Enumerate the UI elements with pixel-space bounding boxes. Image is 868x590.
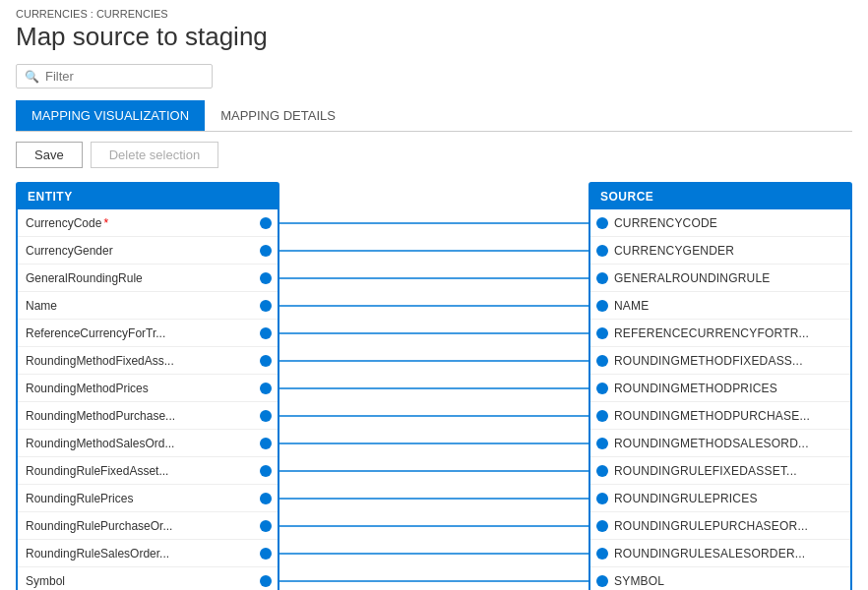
source-row: SYMBOL (590, 567, 850, 590)
entity-row: GeneralRoundingRule (18, 265, 278, 292)
connector-svg (279, 320, 589, 347)
source-panel: SOURCE CURRENCYCODECURRENCYGENDERGENERAL… (589, 182, 852, 590)
source-row-label: CURRENCYCODE (614, 216, 842, 230)
entity-row-label: RoundingMethodFixedAss... (26, 354, 254, 368)
entity-row: Symbol (18, 567, 278, 590)
search-icon: 🔍 (25, 70, 39, 84)
entity-row-label: ReferenceCurrencyForTr... (26, 326, 254, 340)
connector-line (279, 265, 589, 292)
mapping-area: ENTITY CurrencyCode*CurrencyGenderGenera… (16, 182, 852, 590)
tabs-row: MAPPING VISUALIZATION MAPPING DETAILS (16, 100, 852, 132)
connector-svg (279, 485, 589, 512)
save-button[interactable]: Save (16, 142, 83, 168)
source-dot (596, 438, 608, 449)
entity-row-label: RoundingRulePrices (26, 492, 254, 505)
entity-row-label: RoundingRuleSalesOrder... (26, 547, 254, 560)
source-row-label: GENERALROUNDINGRULE (614, 271, 842, 285)
entity-row: RoundingMethodPrices (18, 375, 278, 402)
connector-line (279, 402, 589, 430)
entity-row: RoundingMethodFixedAss... (18, 347, 278, 375)
entity-dot (260, 300, 272, 312)
source-row-label: CURRENCYGENDER (614, 244, 842, 258)
connector-svg (279, 265, 589, 292)
connector-svg (279, 292, 589, 320)
source-dot (596, 272, 608, 284)
connector-line (279, 375, 589, 402)
entity-dot (260, 438, 272, 449)
filter-box: 🔍 (16, 64, 213, 88)
source-row-label: ROUNDINGRULEFIXEDASSET... (614, 464, 842, 478)
entity-row-label: CurrencyGender (26, 244, 254, 258)
source-row: CURRENCYGENDER (590, 237, 850, 265)
connector-svg (279, 375, 589, 402)
entity-row-label: RoundingMethodSalesOrd... (26, 437, 254, 450)
filter-input[interactable] (45, 69, 204, 84)
entity-row-label: RoundingMethodPrices (26, 382, 254, 395)
breadcrumb: CURRENCIES : CURRENCIES (16, 8, 852, 20)
entity-dot (260, 217, 272, 229)
source-dot (596, 575, 608, 587)
entity-panel: ENTITY CurrencyCode*CurrencyGenderGenera… (16, 182, 279, 590)
source-row: REFERENCECURRENCYFORTR... (590, 320, 850, 347)
source-row-label: ROUNDINGMETHODFIXEDASS... (614, 354, 842, 368)
source-dot (596, 493, 608, 504)
source-dot (596, 520, 608, 532)
entity-row-label: CurrencyCode* (26, 216, 254, 230)
entity-row: CurrencyCode* (18, 209, 278, 237)
source-dot (596, 217, 608, 229)
entity-panel-header: ENTITY (18, 184, 278, 209)
connector-line (279, 567, 589, 590)
source-dot (596, 548, 608, 560)
connector-svg (279, 512, 589, 540)
entity-row-label: Symbol (26, 574, 254, 588)
source-row-label: ROUNDINGMETHODPRICES (614, 382, 842, 395)
entity-row-label: RoundingRuleFixedAsset... (26, 464, 254, 478)
connector-line (279, 347, 589, 375)
entity-dot (260, 548, 272, 560)
tab-mapping-visualization[interactable]: MAPPING VISUALIZATION (16, 100, 205, 131)
delete-button[interactable]: Delete selection (91, 142, 219, 168)
source-row-label: ROUNDINGRULEPRICES (614, 492, 842, 505)
source-row: ROUNDINGRULEPRICES (590, 485, 850, 512)
source-row: CURRENCYCODE (590, 209, 850, 237)
connector-svg (279, 209, 589, 237)
entity-dot (260, 575, 272, 587)
connector-svg (279, 237, 589, 265)
source-row-label: ROUNDINGRULESALESORDER... (614, 547, 842, 560)
source-row: GENERALROUNDINGRULE (590, 265, 850, 292)
tab-mapping-details[interactable]: MAPPING DETAILS (205, 100, 351, 131)
connector-line (279, 209, 589, 237)
source-row-label: SYMBOL (614, 574, 842, 588)
source-panel-body: CURRENCYCODECURRENCYGENDERGENERALROUNDIN… (590, 209, 850, 590)
entity-row: RoundingMethodPurchase... (18, 402, 278, 430)
source-row-label: REFERENCECURRENCYFORTR... (614, 326, 842, 340)
toolbar: Save Delete selection (16, 142, 852, 168)
source-row-label: ROUNDINGMETHODPURCHASE... (614, 409, 842, 423)
source-row-label: ROUNDINGRULEPURCHASEOR... (614, 519, 842, 533)
entity-dot (260, 355, 272, 367)
connector-line (279, 320, 589, 347)
source-row-label: ROUNDINGMETHODSALESORD... (614, 437, 842, 450)
source-dot (596, 383, 608, 394)
source-row: ROUNDINGMETHODPURCHASE... (590, 402, 850, 430)
required-star: * (103, 216, 108, 230)
connector-line (279, 430, 589, 457)
connector-line (279, 512, 589, 540)
source-row: ROUNDINGRULEFIXEDASSET... (590, 457, 850, 485)
connector-svg (279, 567, 589, 590)
entity-dot (260, 493, 272, 504)
connector-line (279, 237, 589, 265)
connector-svg (279, 540, 589, 567)
source-row: ROUNDINGRULEPURCHASEOR... (590, 512, 850, 540)
source-dot (596, 300, 608, 312)
entity-row: ReferenceCurrencyForTr... (18, 320, 278, 347)
connector-line (279, 457, 589, 485)
connector-svg (279, 347, 589, 375)
entity-dot (260, 520, 272, 532)
entity-panel-body: CurrencyCode*CurrencyGenderGeneralRoundi… (18, 209, 278, 590)
source-dot (596, 355, 608, 367)
entity-dot (260, 327, 272, 339)
entity-dot (260, 410, 272, 422)
source-dot (596, 410, 608, 422)
source-row: NAME (590, 292, 850, 320)
